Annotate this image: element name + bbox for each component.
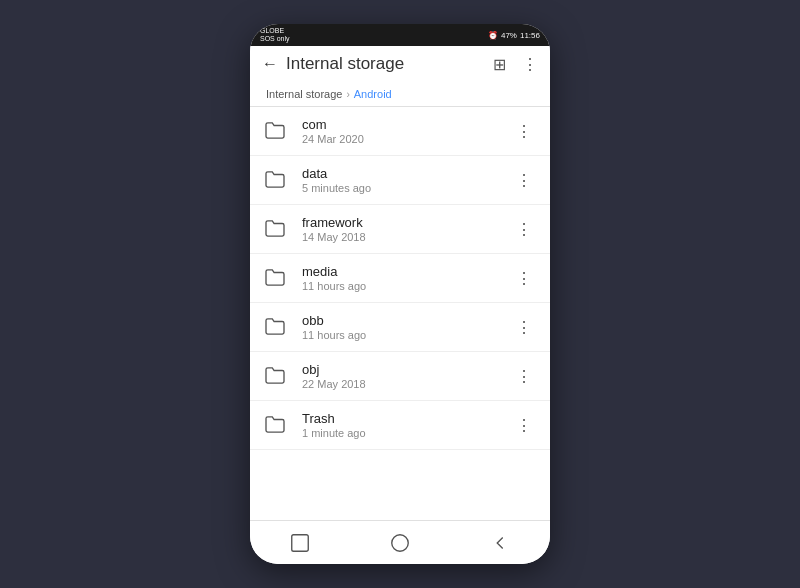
grid-view-button[interactable]: ⊞	[493, 55, 506, 74]
status-bar: GLOBE SOS only ⏰ 47% 11:56	[250, 24, 550, 46]
time-display: 11:56	[520, 31, 540, 40]
folder-icon	[264, 366, 288, 386]
folder-icon	[264, 219, 288, 239]
status-right: ⏰ 47% 11:56	[488, 31, 540, 40]
list-item[interactable]: obb 11 hours ago ⋮	[250, 303, 550, 352]
file-info: obj 22 May 2018	[302, 362, 512, 390]
breadcrumb-current: Android	[354, 88, 392, 100]
phone-frame: GLOBE SOS only ⏰ 47% 11:56 ← Internal st…	[250, 24, 550, 564]
file-info: obb 11 hours ago	[302, 313, 512, 341]
back-button[interactable]: ←	[262, 55, 278, 73]
list-item[interactable]: com 24 Mar 2020 ⋮	[250, 107, 550, 156]
more-options-icon[interactable]: ⋮	[512, 314, 536, 341]
file-name: media	[302, 264, 512, 279]
nav-back-button[interactable]	[486, 529, 514, 557]
page-title: Internal storage	[286, 54, 477, 74]
file-info: com 24 Mar 2020	[302, 117, 512, 145]
breadcrumb-separator: ›	[346, 89, 349, 100]
file-name: framework	[302, 215, 512, 230]
file-name: Trash	[302, 411, 512, 426]
breadcrumb-root[interactable]: Internal storage	[266, 88, 342, 100]
file-name: obj	[302, 362, 512, 377]
file-date: 1 minute ago	[302, 427, 512, 439]
list-item[interactable]: media 11 hours ago ⋮	[250, 254, 550, 303]
more-options-icon[interactable]: ⋮	[512, 265, 536, 292]
file-info: framework 14 May 2018	[302, 215, 512, 243]
more-options-button[interactable]: ⋮	[522, 55, 538, 74]
navigation-bar	[250, 520, 550, 564]
folder-icon	[264, 317, 288, 337]
battery-text: 47%	[501, 31, 517, 40]
more-options-icon[interactable]: ⋮	[512, 167, 536, 194]
folder-icon	[264, 415, 288, 435]
file-info: data 5 minutes ago	[302, 166, 512, 194]
folder-icon	[264, 170, 288, 190]
file-date: 22 May 2018	[302, 378, 512, 390]
svg-point-1	[392, 534, 409, 551]
breadcrumb: Internal storage › Android	[250, 82, 550, 107]
file-info: Trash 1 minute ago	[302, 411, 512, 439]
more-options-icon[interactable]: ⋮	[512, 363, 536, 390]
alarm-icon: ⏰	[488, 31, 498, 40]
list-item[interactable]: Trash 1 minute ago ⋮	[250, 401, 550, 450]
file-name: data	[302, 166, 512, 181]
more-options-icon[interactable]: ⋮	[512, 412, 536, 439]
file-name: obb	[302, 313, 512, 328]
list-item[interactable]: framework 14 May 2018 ⋮	[250, 205, 550, 254]
list-item[interactable]: data 5 minutes ago ⋮	[250, 156, 550, 205]
nav-home-button[interactable]	[386, 529, 414, 557]
file-date: 11 hours ago	[302, 280, 512, 292]
file-info: media 11 hours ago	[302, 264, 512, 292]
more-options-icon[interactable]: ⋮	[512, 216, 536, 243]
nav-recents-button[interactable]	[286, 529, 314, 557]
svg-rect-0	[292, 534, 309, 551]
file-date: 5 minutes ago	[302, 182, 512, 194]
app-header: ← Internal storage ⊞ ⋮	[250, 46, 550, 82]
file-list: com 24 Mar 2020 ⋮ data 5 minutes ago ⋮	[250, 107, 550, 520]
list-item[interactable]: obj 22 May 2018 ⋮	[250, 352, 550, 401]
file-date: 24 Mar 2020	[302, 133, 512, 145]
carrier-info: GLOBE SOS only	[260, 27, 290, 44]
folder-icon	[264, 268, 288, 288]
folder-icon	[264, 121, 288, 141]
more-options-icon[interactable]: ⋮	[512, 118, 536, 145]
file-name: com	[302, 117, 512, 132]
file-date: 14 May 2018	[302, 231, 512, 243]
file-date: 11 hours ago	[302, 329, 512, 341]
